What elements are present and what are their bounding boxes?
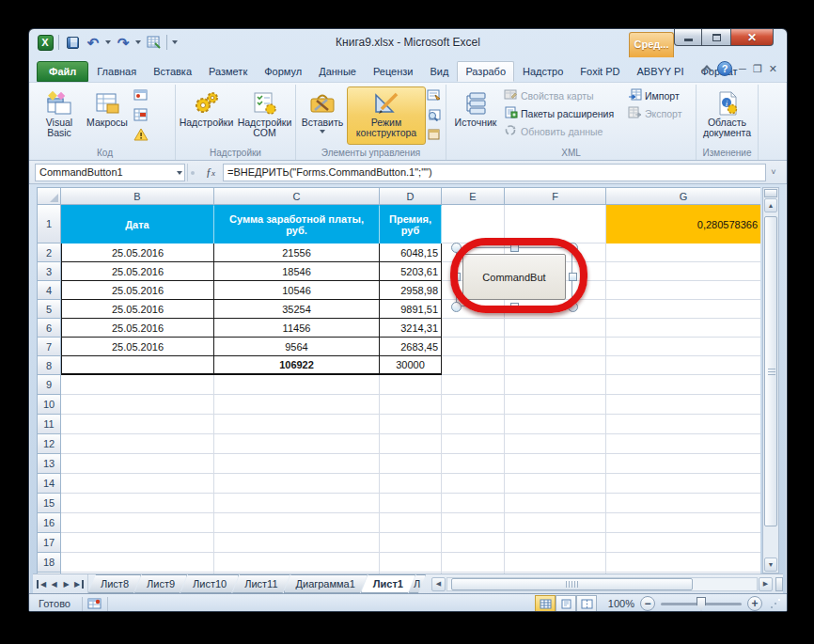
tab-рецензи[interactable]: Рецензи bbox=[365, 61, 422, 82]
contextual-tab-group-drawing-tools[interactable]: Сред... bbox=[629, 32, 674, 57]
zoom-slider[interactable] bbox=[661, 603, 742, 605]
row-header-6[interactable]: 6 bbox=[38, 319, 61, 338]
horizontal-scroll-track[interactable] bbox=[446, 577, 758, 591]
sheet-tab-лист10[interactable]: Лист10 bbox=[180, 574, 239, 593]
row-header-4[interactable]: 4 bbox=[38, 281, 61, 300]
horizontal-scrollbar[interactable]: ◀ ▶ bbox=[431, 574, 783, 593]
table-cell[interactable]: 2683,45 bbox=[380, 338, 442, 356]
doc-restore-icon[interactable]: ❐ bbox=[753, 64, 762, 73]
sheet-tab-диаграмма1[interactable]: Диаграмма1 bbox=[284, 574, 368, 593]
vertical-scrollbar[interactable]: ▲ ▼ bbox=[762, 187, 779, 573]
table-cell[interactable]: 5203,61 bbox=[380, 262, 442, 281]
insert-dropdown-icon[interactable] bbox=[320, 130, 325, 134]
column-header-G[interactable]: G bbox=[606, 188, 760, 205]
row-header-5[interactable]: 5 bbox=[38, 300, 61, 319]
run-dialog-icon[interactable] bbox=[427, 128, 442, 145]
help-icon[interactable]: ? bbox=[717, 61, 732, 76]
com-addins-button[interactable]: Надстройки COM bbox=[236, 86, 294, 145]
row-header-3[interactable]: 3 bbox=[38, 262, 61, 281]
view-code-icon[interactable] bbox=[427, 108, 442, 125]
tab-формул[interactable]: Формул bbox=[256, 61, 310, 82]
row-header-7[interactable]: 7 bbox=[38, 338, 61, 356]
column-header-E[interactable]: E bbox=[442, 188, 505, 205]
fx-icon[interactable]: ƒx bbox=[198, 165, 223, 180]
collapse-ribbon-icon[interactable] bbox=[701, 65, 712, 75]
column-header-F[interactable]: F bbox=[505, 188, 606, 205]
expand-formula-bar-icon[interactable]: ˅ bbox=[766, 167, 781, 177]
name-box[interactable]: CommandButton1 bbox=[35, 164, 185, 181]
resize-grip[interactable] bbox=[770, 598, 781, 609]
row-header-14[interactable]: 14 bbox=[38, 474, 61, 494]
row-header-12[interactable]: 12 bbox=[38, 434, 61, 454]
scroll-up-icon[interactable]: ▲ bbox=[764, 198, 777, 212]
close-button[interactable]: ✕ bbox=[730, 29, 774, 46]
last-sheet-icon[interactable]: ▶ bbox=[73, 580, 84, 589]
table-cell[interactable]: 11456 bbox=[214, 319, 380, 338]
table-cell[interactable]: 3214,31 bbox=[380, 319, 442, 338]
scroll-left-icon[interactable]: ◀ bbox=[431, 577, 446, 591]
relative-references-icon[interactable] bbox=[133, 108, 149, 125]
table-cell[interactable]: 25.05.2016 bbox=[61, 262, 214, 281]
row-header-2[interactable]: 2 bbox=[38, 243, 61, 262]
macros-button[interactable]: Макросы bbox=[82, 86, 133, 145]
formula-input[interactable]: =ВНЕДРИТЬ("Forms.CommandButton.1";"") bbox=[223, 164, 766, 181]
row-header-15[interactable]: 15 bbox=[38, 494, 61, 513]
record-macro-status-button[interactable] bbox=[83, 597, 107, 610]
tab-abbyy pi[interactable]: ABBYY PI bbox=[629, 61, 693, 82]
tab-разметк[interactable]: Разметк bbox=[200, 61, 256, 82]
table-cell[interactable]: 2958,98 bbox=[380, 281, 442, 300]
page-layout-view-button[interactable] bbox=[556, 595, 576, 612]
tab-главная[interactable]: Главная bbox=[88, 61, 145, 82]
design-mode-button[interactable]: Режим конструктора bbox=[347, 86, 426, 145]
restore-button[interactable] bbox=[702, 29, 730, 46]
scroll-right-icon[interactable]: ▶ bbox=[759, 577, 773, 591]
minimize-button[interactable] bbox=[674, 29, 702, 46]
column-header-C[interactable]: C bbox=[214, 188, 380, 205]
import-button[interactable]: Импорт bbox=[628, 88, 684, 103]
macro-security-icon[interactable] bbox=[133, 128, 149, 145]
row-header-1[interactable]: 1 bbox=[38, 205, 61, 243]
doc-minimize-icon[interactable]: ─ bbox=[739, 64, 746, 73]
table-cell[interactable]: 25.05.2016 bbox=[61, 319, 214, 338]
table-cell[interactable]: 25.05.2016 bbox=[61, 300, 214, 319]
tab-надстро[interactable]: Надстро bbox=[514, 61, 571, 82]
record-macro-icon[interactable] bbox=[133, 88, 149, 105]
doc-close-icon[interactable]: ✕ bbox=[769, 64, 777, 73]
table-cell[interactable]: 21556 bbox=[214, 243, 380, 262]
properties-icon[interactable] bbox=[427, 88, 442, 105]
table-cell[interactable]: 25.05.2016 bbox=[61, 243, 214, 262]
sheet-tab-лист8[interactable]: Лист8 bbox=[88, 574, 141, 593]
cell-g1[interactable]: 0,280578366 bbox=[606, 205, 760, 243]
worksheet-grid[interactable]: BCDEFG 12345678910111213141516171819 Дат… bbox=[37, 187, 760, 573]
corner-handle[interactable] bbox=[451, 302, 462, 312]
visual-basic-button[interactable]: Visual Basic bbox=[37, 86, 82, 145]
total-cell[interactable] bbox=[61, 356, 214, 375]
page-break-view-button[interactable] bbox=[576, 595, 597, 612]
row-header-10[interactable]: 10 bbox=[38, 395, 61, 415]
tab-вставка[interactable]: Вставка bbox=[145, 61, 200, 82]
total-cell[interactable]: 106922 bbox=[214, 356, 380, 375]
next-sheet-icon[interactable]: ▶ bbox=[61, 580, 71, 589]
row-header-17[interactable]: 17 bbox=[38, 533, 61, 553]
insert-controls-button[interactable]: Вставить bbox=[298, 86, 347, 145]
column-header-B[interactable]: B bbox=[61, 188, 214, 205]
header-cell-C[interactable]: Сумма заработной платы, руб. bbox=[214, 205, 380, 243]
sheet-tab-лист11[interactable]: Лист11 bbox=[232, 574, 290, 593]
zoom-slider-handle[interactable] bbox=[697, 597, 706, 611]
table-cell[interactable]: 35254 bbox=[214, 300, 380, 319]
tab-файл[interactable]: Файл bbox=[37, 61, 88, 82]
prev-sheet-icon[interactable]: ◀ bbox=[49, 580, 59, 589]
row-header-11[interactable]: 11 bbox=[38, 415, 61, 434]
first-sheet-icon[interactable]: ◀ bbox=[37, 580, 47, 589]
tab-foxit pd[interactable]: Foxit PD bbox=[571, 61, 628, 82]
vertical-scroll-thumb[interactable] bbox=[764, 216, 777, 526]
scrollbar-split-box[interactable] bbox=[764, 189, 777, 197]
row-header-8[interactable]: 8 bbox=[38, 356, 61, 375]
addins-button[interactable]: Надстройки bbox=[178, 86, 236, 145]
header-cell-D[interactable]: Премия, руб bbox=[380, 205, 442, 243]
column-header-D[interactable]: D bbox=[380, 188, 442, 205]
normal-view-button[interactable] bbox=[535, 595, 556, 612]
expansion-packs-button[interactable]: Пакеты расширения bbox=[504, 106, 626, 121]
tab-split-handle[interactable] bbox=[775, 577, 783, 591]
table-cell[interactable]: 9564 bbox=[214, 338, 380, 356]
